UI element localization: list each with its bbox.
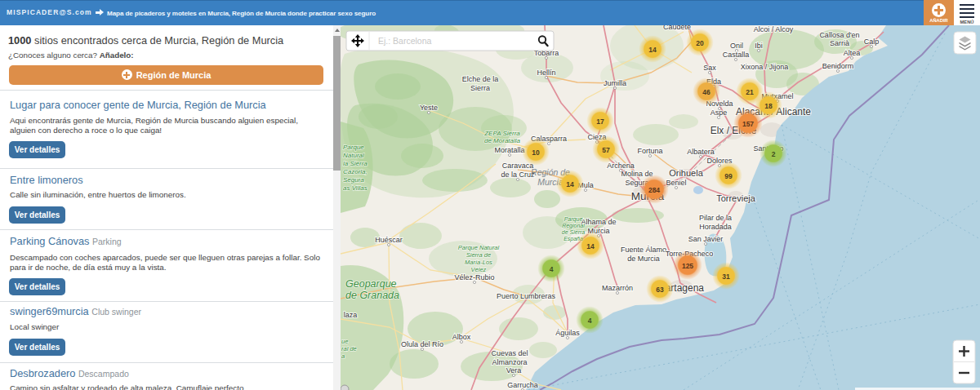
svg-text:Vélez-Rubio: Vélez-Rubio	[454, 273, 494, 281]
svg-text:Albox: Albox	[452, 333, 471, 341]
svg-text:Caudete: Caudete	[663, 25, 691, 31]
svg-text:57: 57	[602, 146, 610, 154]
svg-text:Fortuna: Fortuna	[637, 147, 662, 155]
svg-text:Ej.: Barcelona: Ej.: Barcelona	[378, 36, 432, 46]
svg-text:Parque Natural: Parque Natural	[458, 244, 500, 251]
svg-text:Natural: Natural	[343, 152, 364, 159]
svg-text:Puerto Lumbreras: Puerto Lumbreras	[497, 292, 556, 300]
svg-text:4: 4	[550, 265, 554, 273]
svg-text:Águilas: Águilas	[555, 329, 580, 337]
svg-text:18: 18	[764, 102, 773, 110]
svg-text:Beniel: Beniel	[666, 179, 686, 187]
svg-text:Archena: Archena	[607, 162, 635, 170]
svg-text:14: 14	[648, 46, 657, 54]
svg-text:125: 125	[682, 262, 693, 270]
svg-text:Xixona / Jijona: Xixona / Jijona	[741, 63, 789, 71]
svg-text:Altea: Altea	[844, 49, 861, 57]
svg-text:as Villas: as Villas	[343, 184, 368, 192]
svg-text:Vera: Vera	[506, 366, 522, 374]
svg-text:284: 284	[648, 186, 660, 194]
svg-text:Hellín: Hellín	[537, 69, 555, 77]
svg-text:20: 20	[696, 39, 704, 47]
svg-text:de la Cruz: de la Cruz	[501, 171, 535, 179]
svg-text:63: 63	[656, 286, 664, 294]
svg-text:de Moratalla: de Moratalla	[484, 137, 521, 144]
svg-text:Cazorla,: Cazorla,	[343, 168, 368, 175]
svg-text:ue: ue	[341, 338, 348, 345]
svg-text:Pilar de la: Pilar de la	[699, 214, 732, 222]
svg-text:Sax: Sax	[703, 64, 716, 72]
svg-text:Sarrià: Sarrià	[830, 39, 849, 47]
svg-text:Mazarrón: Mazarrón	[602, 284, 633, 292]
svg-text:de Granada: de Granada	[345, 290, 399, 301]
svg-text:Geoparque: Geoparque	[345, 278, 397, 290]
svg-text:10: 10	[532, 148, 540, 157]
svg-text:157: 157	[742, 120, 754, 128]
svg-text:laza: laza	[344, 311, 358, 319]
svg-text:ral de: ral de	[341, 345, 357, 352]
svg-text:Torrevieja: Torrevieja	[716, 193, 756, 203]
svg-text:Benidorm: Benidorm	[822, 62, 854, 70]
svg-text:Moratalla: Moratalla	[494, 146, 524, 154]
svg-text:21: 21	[746, 88, 754, 96]
svg-text:Alcoi / Alcoy: Alcoi / Alcoy	[754, 25, 794, 33]
svg-text:San Javier: San Javier	[688, 235, 724, 243]
svg-text:14: 14	[586, 242, 595, 250]
svg-text:Castalla: Castalla	[723, 51, 750, 59]
svg-text:la Sierra: la Sierra	[343, 160, 368, 167]
svg-text:4: 4	[588, 317, 592, 325]
svg-text:Callosa d'en: Callosa d'en	[819, 31, 859, 39]
svg-text:Parque: Parque	[564, 216, 583, 223]
svg-text:2: 2	[772, 150, 776, 158]
svg-text:Alhama de: Alhama de	[581, 218, 616, 226]
svg-text:Calp: Calp	[864, 38, 880, 46]
svg-text:Vélez: Vélez	[471, 266, 487, 273]
svg-text:Onil: Onil	[730, 42, 743, 50]
svg-text:de Murcia: de Murcia	[627, 255, 660, 263]
svg-text:17: 17	[596, 117, 604, 126]
svg-text:a: a	[341, 352, 345, 360]
svg-text:46: 46	[702, 88, 710, 96]
svg-text:Parque: Parque	[343, 144, 364, 151]
svg-text:Horadada: Horadada	[699, 223, 732, 231]
svg-text:Garrucha: Garrucha	[507, 381, 538, 389]
svg-text:Jumilla: Jumilla	[604, 79, 626, 87]
svg-text:Cuevas del: Cuevas del	[491, 349, 528, 357]
svg-text:Yeste: Yeste	[420, 104, 438, 112]
svg-text:Sierra: Sierra	[470, 84, 490, 92]
svg-text:Almanzora: Almanzora	[492, 358, 527, 366]
svg-text:Segura: Segura	[343, 176, 364, 184]
svg-text:31: 31	[722, 273, 730, 281]
svg-text:Olula del Río: Olula del Río	[401, 340, 443, 348]
svg-text:Elche de la: Elche de la	[462, 75, 499, 83]
svg-text:Aspe: Aspe	[710, 109, 728, 117]
svg-text:Regional: Regional	[562, 223, 585, 229]
svg-text:Orihuela: Orihuela	[669, 168, 703, 178]
svg-text:Fuente Álamo: Fuente Álamo	[621, 246, 666, 254]
svg-text:Ibi: Ibi	[755, 42, 763, 50]
svg-text:Albatera: Albatera	[687, 148, 715, 156]
svg-text:ZEPA Sierra: ZEPA Sierra	[483, 130, 520, 137]
svg-text:99: 99	[724, 172, 733, 180]
svg-text:Huéscar: Huéscar	[375, 236, 403, 244]
svg-text:de Sierra: de Sierra	[562, 229, 586, 235]
svg-text:Sierra de: Sierra de	[466, 251, 491, 259]
svg-text:14: 14	[566, 180, 574, 188]
svg-text:María-Los: María-Los	[465, 259, 492, 266]
